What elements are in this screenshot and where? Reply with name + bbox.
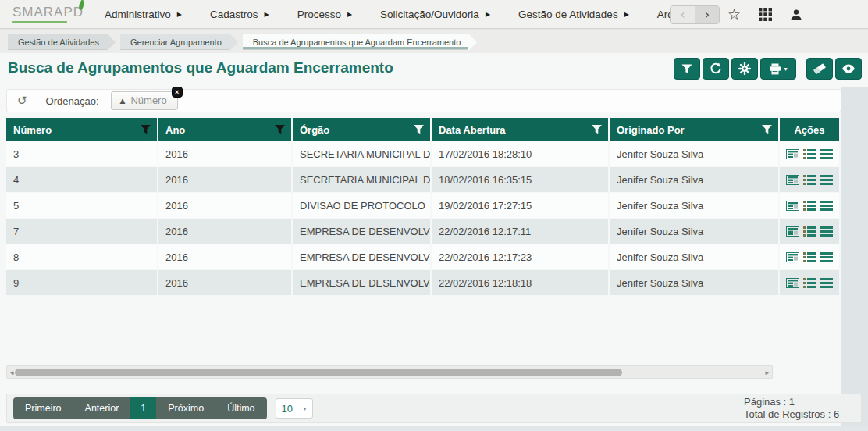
- list-view-icon[interactable]: [803, 252, 816, 262]
- previous-page-button[interactable]: Anterior: [73, 397, 131, 419]
- filter-funnel-icon-light[interactable]: [414, 125, 424, 134]
- table-row[interactable]: 7 2016 EMPRESA DE DESENVOLVIME... 22/02/…: [6, 219, 841, 244]
- filter-funnel-icon-light[interactable]: [592, 125, 602, 134]
- clear-button[interactable]: [806, 58, 833, 80]
- column-header-acoes: Ações: [780, 118, 839, 141]
- favorites-star-icon[interactable]: ☆: [727, 7, 741, 22]
- cell-originado-por: Jenifer Souza Silva: [610, 193, 778, 218]
- column-header-data-abertura[interactable]: Data Abertura: [432, 118, 608, 141]
- breadcrumb-item-gestao-de-atividades[interactable]: Gestão de Atividades: [8, 34, 107, 50]
- table-row[interactable]: 3 2016 SECRETARIA MUNICIPAL DE ... 17/02…: [6, 141, 841, 166]
- menu-lines-icon[interactable]: [820, 226, 833, 237]
- filter-funnel-icon-dark[interactable]: [141, 125, 151, 134]
- breadcrumb: Gestão de Atividades Gerenciar Agrupamen…: [0, 30, 868, 53]
- current-page-button[interactable]: 1: [130, 397, 156, 419]
- settings-button[interactable]: [731, 58, 758, 80]
- breadcrumb-item-gerenciar-agrupamento[interactable]: Gerenciar Agrupamento: [120, 34, 229, 50]
- view-details-icon[interactable]: [786, 201, 799, 211]
- history-navigation: ‹ ›: [670, 5, 720, 24]
- cell-numero: 8: [6, 244, 157, 269]
- nav-back-button[interactable]: ‹: [671, 6, 695, 23]
- breadcrumb-item-current[interactable]: Busca de Agrupamentos que Aguardam Encer…: [243, 34, 469, 50]
- reset-sort-icon[interactable]: ↺: [17, 95, 27, 107]
- filter-funnel-icon-dark[interactable]: [275, 125, 285, 134]
- apps-grid-icon[interactable]: [759, 8, 772, 21]
- table-row[interactable]: 4 2016 SECRETARIA MUNICIPAL DO... 18/02/…: [6, 167, 841, 192]
- cell-numero: 4: [6, 167, 157, 192]
- table-row[interactable]: 9 2016 EMPRESA DE DESENVOLVIME... 22/02/…: [6, 270, 841, 295]
- top-icon-group: ☆: [727, 0, 802, 29]
- sort-field-label: Número: [130, 94, 166, 106]
- next-page-button[interactable]: Próximo: [156, 397, 215, 419]
- cell-originado-por: Jenifer Souza Silva: [610, 141, 778, 166]
- menu-item-gestao-de-atividades[interactable]: Gestão de Atividades ▶: [518, 9, 629, 20]
- eye-icon: [841, 64, 856, 73]
- print-button[interactable]: ▾: [760, 58, 796, 80]
- menu-item-cadastros[interactable]: Cadastros ▶: [210, 9, 269, 20]
- menu-lines-icon[interactable]: [820, 252, 833, 262]
- preview-button[interactable]: [835, 58, 862, 80]
- cell-acoes: [780, 193, 839, 218]
- cell-acoes: [780, 167, 839, 192]
- scroll-left-icon[interactable]: ◂: [10, 369, 14, 376]
- column-header-originado-por[interactable]: Originado Por: [610, 118, 778, 141]
- first-page-button[interactable]: Primeiro: [13, 397, 73, 419]
- ordering-label: Ordenação:: [46, 95, 99, 107]
- list-view-icon[interactable]: [803, 201, 816, 211]
- user-profile-icon[interactable]: [790, 9, 802, 21]
- list-view-icon[interactable]: [803, 278, 816, 288]
- menu-lines-icon[interactable]: [820, 201, 833, 211]
- menu-lines-icon[interactable]: [820, 278, 833, 288]
- view-details-icon[interactable]: [786, 226, 799, 237]
- horizontal-scrollbar[interactable]: ◂ ▸: [6, 365, 773, 379]
- filter-button[interactable]: [674, 58, 700, 80]
- column-header-numero[interactable]: Número: [6, 118, 157, 141]
- last-page-button[interactable]: Último: [215, 397, 266, 419]
- cell-originado-por: Jenifer Souza Silva: [610, 219, 778, 244]
- scroll-right-icon[interactable]: ▸: [765, 369, 769, 376]
- list-view-icon[interactable]: [803, 226, 816, 237]
- scrollbar-thumb[interactable]: [15, 369, 622, 376]
- cell-ano: 2016: [158, 141, 291, 166]
- menu-lines-icon[interactable]: [820, 175, 833, 185]
- cell-data-abertura: 22/02/2016 12:17:11: [432, 219, 608, 244]
- list-view-icon[interactable]: [803, 149, 816, 159]
- sort-chip-numero[interactable]: ▲ Número ×: [111, 91, 178, 110]
- chevron-right-icon: ▶: [486, 11, 490, 18]
- cell-originado-por: Jenifer Souza Silva: [610, 167, 778, 192]
- cell-acoes: [780, 244, 839, 269]
- list-view-icon[interactable]: [803, 175, 816, 185]
- filter-funnel-icon-light[interactable]: [762, 125, 772, 134]
- view-details-icon[interactable]: [786, 175, 799, 185]
- right-gutter: [841, 87, 868, 426]
- top-navigation-bar: SMARAPD Administrativo ▶ Cadastros ▶ Pro…: [0, 0, 868, 29]
- cell-data-abertura: 22/02/2016 12:18:18: [432, 270, 608, 295]
- app-window: SMARAPD Administrativo ▶ Cadastros ▶ Pro…: [0, 0, 868, 431]
- menu-item-processo[interactable]: Processo ▶: [297, 9, 352, 20]
- view-details-icon[interactable]: [786, 149, 799, 159]
- cell-acoes: [780, 270, 839, 295]
- column-header-ano[interactable]: Ano: [158, 118, 291, 141]
- cell-ano: 2016: [158, 167, 291, 192]
- pagination-bar: Primeiro Anterior 1 Próximo Último 10 ▾ …: [6, 394, 862, 423]
- view-details-icon[interactable]: [786, 278, 799, 288]
- refresh-button[interactable]: [703, 58, 729, 80]
- cell-numero: 9: [6, 270, 157, 295]
- remove-sort-icon[interactable]: ×: [172, 87, 183, 98]
- cell-orgao: EMPRESA DE DESENVOLVIME...: [293, 219, 430, 244]
- view-details-icon[interactable]: [786, 252, 799, 262]
- cell-ano: 2016: [158, 244, 291, 269]
- nav-forward-button[interactable]: ›: [695, 6, 719, 23]
- table-row[interactable]: 8 2016 EMPRESA DE DESENVOLVIME... 22/02/…: [6, 244, 841, 269]
- cell-originado-por: Jenifer Souza Silva: [610, 270, 778, 295]
- sort-asc-icon: ▲: [120, 97, 126, 105]
- menu-item-solicitacao-ouvidoria[interactable]: Solicitação/Ouvidoria ▶: [380, 9, 490, 20]
- table-row[interactable]: 5 2016 DIVISAO DE PROTOCOLO 19/02/2016 1…: [6, 193, 841, 218]
- menu-lines-icon[interactable]: [820, 149, 833, 159]
- cell-data-abertura: 19/02/2016 17:27:15: [432, 193, 608, 218]
- brand-logo[interactable]: SMARAPD: [12, 5, 84, 23]
- chevron-down-icon: ▾: [304, 405, 307, 412]
- menu-item-administrativo[interactable]: Administrativo ▶: [105, 9, 182, 20]
- column-header-orgao[interactable]: Órgão: [293, 118, 430, 141]
- page-size-select[interactable]: 10 ▾: [276, 398, 313, 419]
